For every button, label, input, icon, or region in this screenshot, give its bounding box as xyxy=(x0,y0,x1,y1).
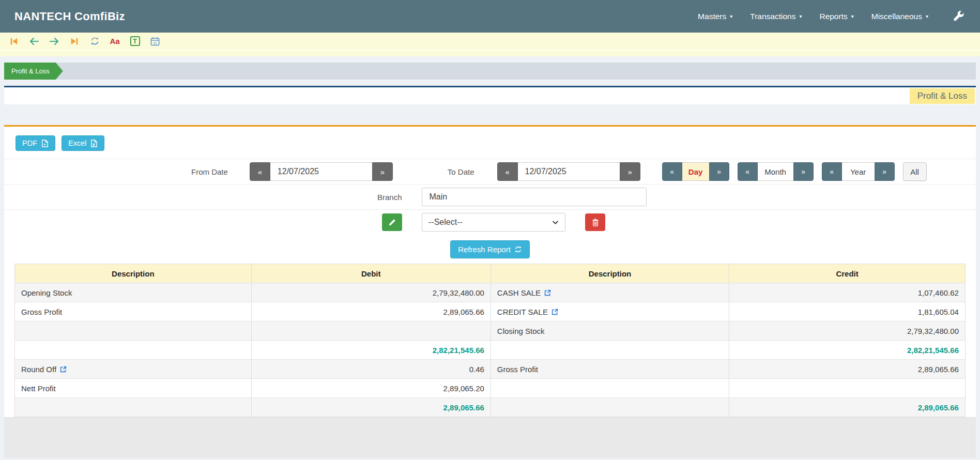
description-cell: CASH SALE xyxy=(491,283,729,302)
menu-reports[interactable]: Reports ▾ xyxy=(819,12,853,21)
header-debit: Debit xyxy=(252,264,491,283)
drilldown-link[interactable] xyxy=(60,366,67,373)
first-record-icon[interactable] xyxy=(8,36,20,47)
year-next-button[interactable]: » xyxy=(875,162,895,181)
svg-text:31: 31 xyxy=(153,41,157,44)
description-cell xyxy=(491,341,729,359)
pdf-label: PDF xyxy=(22,139,37,147)
header-description-credit: Description xyxy=(491,264,729,283)
cell-text: 0.46 xyxy=(469,365,484,374)
external-link-icon xyxy=(60,366,67,373)
cell-text: Nett Profit xyxy=(21,384,56,393)
header-credit: Credit xyxy=(729,264,965,283)
menu-label: Reports xyxy=(819,12,847,21)
nav-menus: Masters ▾ Transactions ▾ Reports ▾ Misce… xyxy=(698,11,964,22)
amount-cell: 2,79,32,480.00 xyxy=(729,321,965,340)
from-date-next-button[interactable]: » xyxy=(372,162,393,181)
description-cell: Gross Profit xyxy=(491,360,729,378)
cell-text: CREDIT SALE xyxy=(497,308,548,316)
cell-text: 2,79,32,480.00 xyxy=(907,327,959,335)
export-row: PDF Excel xyxy=(4,127,976,159)
period-day-button[interactable]: Day xyxy=(682,162,709,181)
description-cell xyxy=(491,398,729,417)
cell-text: 2,89,065.20 xyxy=(443,384,484,393)
branch-input[interactable] xyxy=(422,188,647,206)
chevron-down-icon: ▾ xyxy=(926,13,928,19)
month-next-button[interactable]: » xyxy=(793,162,814,181)
text-tool-icon[interactable]: T xyxy=(129,36,141,47)
year-prev-button[interactable]: « xyxy=(822,162,842,181)
amount-cell: 2,82,21,545.66 xyxy=(729,341,965,359)
period-month-button[interactable]: Month xyxy=(758,162,793,181)
month-prev-button[interactable]: « xyxy=(738,162,758,181)
drilldown-link[interactable] xyxy=(544,289,551,296)
cell-text: Gross Profit xyxy=(497,365,538,374)
day-period-group: « Day » xyxy=(662,162,729,181)
settings-button[interactable] xyxy=(953,11,964,22)
calendar-icon[interactable]: 31 xyxy=(149,36,161,47)
header-description-debit: Description xyxy=(15,264,252,283)
spacer xyxy=(0,80,980,86)
delete-button[interactable] xyxy=(585,213,605,231)
account-row: --Select-- xyxy=(4,210,976,235)
amount-cell: 2,89,065.66 xyxy=(252,398,491,417)
prev-record-icon[interactable] xyxy=(28,36,40,47)
toolbar-strip xyxy=(0,51,980,56)
menu-miscellaneous[interactable]: Miscellaneous ▾ xyxy=(871,12,928,21)
period-all-button[interactable]: All xyxy=(903,162,927,181)
excel-export-button[interactable]: Excel xyxy=(62,135,104,151)
next-record-icon[interactable] xyxy=(49,36,60,47)
cell-text: 2,79,32,480.00 xyxy=(433,288,484,297)
cell-text: Closing Stock xyxy=(497,327,545,335)
menu-masters[interactable]: Masters ▾ xyxy=(698,12,732,21)
table-row: Opening Stock2,79,32,480.00CASH SALE1,07… xyxy=(15,283,965,302)
cell-text: 2,82,21,545.66 xyxy=(433,346,484,355)
breadcrumb-tab-profit-loss[interactable]: Profit & Loss xyxy=(4,63,63,80)
table-row: Gross Profit2,89,065.66CREDIT SALE1,81,6… xyxy=(15,302,965,321)
drilldown-link[interactable] xyxy=(552,309,558,315)
amount-cell xyxy=(729,379,965,397)
navbar: NANTECH ComfiBiz Masters ▾ Transactions … xyxy=(0,0,980,33)
amount-cell: 1,81,605.04 xyxy=(729,302,965,321)
external-link-icon xyxy=(552,309,558,315)
to-date-input[interactable] xyxy=(518,162,620,181)
account-select-value: --Select-- xyxy=(428,218,463,227)
description-cell xyxy=(15,398,252,417)
to-date-next-button[interactable]: » xyxy=(620,162,640,181)
date-filter-row: From Date « » To Date « » « Day » « Mont… xyxy=(4,159,976,184)
period-year-button[interactable]: Year xyxy=(842,162,875,181)
refresh-report-label: Refresh Report xyxy=(458,245,511,254)
menu-label: Masters xyxy=(698,12,726,21)
cell-text: CASH SALE xyxy=(497,288,541,297)
amount-cell: 2,82,21,545.66 xyxy=(252,341,491,359)
account-select[interactable]: --Select-- xyxy=(422,213,565,232)
last-record-icon[interactable] xyxy=(69,36,80,47)
from-date-prev-button[interactable]: « xyxy=(250,162,270,181)
cell-text: 2,89,065.66 xyxy=(443,308,484,316)
report-panel: PDF Excel From Date « » To Date « » « xyxy=(4,125,976,458)
description-cell xyxy=(15,321,252,340)
font-size-icon[interactable]: Aa xyxy=(109,36,120,47)
external-link-icon xyxy=(544,289,551,296)
table-header-row: Description Debit Description Credit xyxy=(15,264,965,283)
cell-text: 2,82,21,545.66 xyxy=(907,346,959,355)
menu-transactions[interactable]: Transactions ▾ xyxy=(750,12,802,21)
branch-label: Branch xyxy=(377,193,402,202)
cell-text: 2,89,065.66 xyxy=(443,403,484,412)
day-next-button[interactable]: » xyxy=(709,162,729,181)
amount-cell: 1,07,460.62 xyxy=(729,283,965,302)
refresh-icon[interactable] xyxy=(89,36,100,47)
pdf-export-button[interactable]: PDF xyxy=(16,135,55,151)
to-date-prev-button[interactable]: « xyxy=(497,162,518,181)
cell-text: Opening Stock xyxy=(21,288,72,297)
from-date-label: From Date xyxy=(191,167,228,176)
year-period-group: « Year » xyxy=(822,162,895,181)
pl-table: Description Debit Description Credit Ope… xyxy=(14,264,966,417)
amount-cell: 2,89,065.66 xyxy=(252,302,491,321)
refresh-report-button[interactable]: Refresh Report xyxy=(450,240,530,258)
trash-icon xyxy=(592,219,599,226)
to-date-group: « » xyxy=(497,162,640,181)
edit-button[interactable] xyxy=(382,213,402,231)
day-prev-button[interactable]: « xyxy=(662,162,682,181)
from-date-input[interactable] xyxy=(270,162,372,181)
